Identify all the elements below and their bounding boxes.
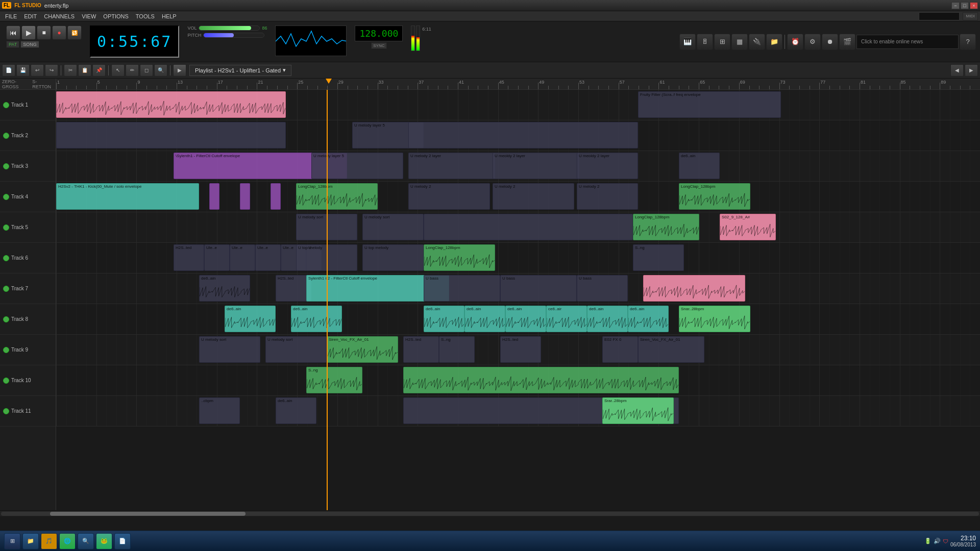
clip-1-0[interactable] (56, 91, 286, 118)
track-row-6[interactable]: H2S..tedUle..eUle..eUle..eUle..eUU top m… (56, 243, 980, 273)
record-btn2[interactable]: ⏺ (822, 34, 838, 50)
track-row-11[interactable]: ..cbpmde6..ainSrar..28bpm (56, 396, 980, 427)
clip-5-1[interactable]: U melody sort (362, 214, 424, 240)
sync-btn[interactable]: SYNC (371, 42, 386, 49)
clip-8-4[interactable]: de6..ain (505, 306, 546, 332)
play-button[interactable]: ▶ (21, 26, 36, 40)
clip-11-0[interactable]: ..cbpm (199, 397, 240, 424)
track-mute-8[interactable] (3, 316, 9, 322)
track-mute-11[interactable] (3, 408, 9, 414)
clip-2-0[interactable] (56, 122, 286, 148)
clip-5-4[interactable]: S02_9_128_A# (720, 214, 776, 240)
menu-help[interactable]: HELP (159, 12, 180, 20)
menu-options[interactable]: OPTIONS (100, 12, 132, 20)
name-input-area[interactable] (919, 12, 960, 20)
track-mute-2[interactable] (3, 133, 9, 139)
clip-4-8[interactable]: LongClap_128bpm (679, 183, 750, 210)
copy-btn[interactable]: 📋 (78, 64, 91, 77)
clip-4-4[interactable]: LongClap_128bpm (296, 183, 378, 210)
clip-7-5[interactable]: U bass (577, 275, 628, 302)
clip-5-3[interactable]: LongClap_128bpm (633, 214, 699, 240)
menu-file[interactable]: FILE (2, 12, 20, 20)
loop-button[interactable]: 🔁 (67, 26, 82, 40)
track-mute-10[interactable] (3, 378, 9, 384)
clip-7-0[interactable]: de6..ain (199, 275, 250, 302)
scroll-right-btn[interactable]: ▶ (965, 64, 978, 77)
clip-4-5[interactable]: U melody 2 (408, 183, 490, 210)
track-row-7[interactable]: de6..ainH2S..tedSylenth1 #2 - FilterCtl … (56, 273, 980, 304)
clip-11-3[interactable]: Srar..28bpm (602, 397, 674, 424)
clip-3-2[interactable]: U melody 2 layer (408, 153, 495, 179)
docs-btn[interactable]: 📄 (114, 533, 131, 549)
clip-5-2[interactable] (424, 214, 633, 240)
clip-10-1[interactable] (403, 367, 679, 393)
clip-6-1[interactable]: Ule..e (204, 244, 230, 271)
clip-8-6[interactable]: de6..ain (587, 306, 628, 332)
clip-6-3[interactable]: Ule..e (255, 244, 281, 271)
clip-3-3[interactable]: U meoldy 2 layer (493, 153, 579, 179)
playlist-play-btn[interactable]: ▶ (173, 64, 186, 77)
close-button[interactable]: × (970, 2, 978, 9)
prev-button[interactable]: ⏮ (6, 26, 20, 40)
plugin-picker-btn[interactable]: 🔌 (749, 34, 765, 50)
stop-button[interactable]: ■ (37, 26, 51, 40)
clip-11-1[interactable]: de6..ain (276, 397, 316, 424)
clip-4-6[interactable]: U melody 2 (493, 183, 574, 210)
frog-btn[interactable]: 🐸 (96, 533, 112, 549)
playlist-dropdown-icon[interactable]: ▾ (283, 67, 286, 73)
track-row-10[interactable]: S..ng (56, 365, 980, 396)
render-btn[interactable]: 🎬 (839, 34, 855, 50)
clip-4-1[interactable] (209, 183, 219, 210)
track-mute-9[interactable] (3, 347, 9, 353)
clip-8-2[interactable]: de6..ain (424, 306, 464, 332)
menu-tools[interactable]: TOOLS (133, 12, 158, 20)
clip-1-1[interactable]: Fruity Filter (Scra..f freq envelope (638, 91, 781, 118)
start-button[interactable]: ⊞ (4, 533, 20, 549)
track-mute-4[interactable] (3, 194, 9, 200)
track-mute-5[interactable] (3, 224, 9, 231)
track-content[interactable]: Fruity Filter (Scra..f freq envelopeU me… (56, 90, 980, 510)
select-btn[interactable]: ↖ (111, 64, 125, 77)
clip-9-7[interactable]: Siren_Voc_FX_Air_01 (638, 336, 704, 363)
clip-4-2[interactable] (240, 183, 250, 210)
track-mute-3[interactable] (3, 163, 9, 169)
ruler-area[interactable]: 1591317212529333741454953576165697377818… (56, 79, 980, 90)
menu-channels[interactable]: CHANNELS (41, 12, 78, 20)
mixer-btn[interactable]: 🎚 (697, 34, 713, 50)
clip-3-4[interactable]: U meoldy 2 layer (577, 153, 638, 179)
track-mute-7[interactable] (3, 286, 9, 292)
erase-btn[interactable]: ◻ (140, 64, 153, 77)
clip-7-6[interactable] (643, 275, 745, 302)
track-row-9[interactable]: U melody sortU melody sortSiren_Voc_FX_A… (56, 335, 980, 365)
clip-9-4[interactable]: S..ng (439, 336, 475, 363)
clip-9-6[interactable]: E02 FX 0 (602, 336, 638, 363)
clip-7-3[interactable]: U bass (424, 275, 500, 302)
horizontal-scrollbar[interactable] (0, 510, 980, 516)
track-mute-6[interactable] (3, 255, 9, 261)
save-btn[interactable]: 💾 (16, 64, 30, 77)
clip-2-2[interactable] (408, 122, 638, 148)
menu-view[interactable]: VIEW (79, 12, 99, 20)
browser-btn[interactable]: 📁 (766, 34, 782, 50)
clip-6-6[interactable]: U top melody (296, 244, 357, 271)
undo-btn[interactable]: ↩ (31, 64, 44, 77)
clip-9-2[interactable]: Siren_Voc_FX_Air_01 (327, 336, 398, 363)
clip-4-7[interactable]: U melody 2 (577, 183, 638, 210)
piano-roll-btn[interactable]: 🎹 (679, 34, 696, 50)
track-row-8[interactable]: de6..ainde6..ainde6..ainde6..ainde6..ain… (56, 304, 980, 335)
playlist-title-bar[interactable]: Playlist - H2Sv1 - Uplifter1 - Gated ▾ (189, 65, 291, 76)
track-row-2[interactable]: U melody layer 5 (56, 120, 980, 151)
master-vol-slider[interactable] (199, 26, 260, 31)
clip-3-5[interactable]: de6..ain (679, 153, 720, 179)
track-row-4[interactable]: H2Sv2 - THK1 - Kick(00_Mute / solo envel… (56, 182, 980, 212)
clip-8-3[interactable]: de6..ain (464, 306, 505, 332)
new-btn[interactable]: 📄 (2, 64, 15, 77)
pat-mode[interactable]: PAT (6, 41, 19, 48)
track-row-3[interactable]: \Sylenth1 - FilterCtl Cutoff envelopeU m… (56, 151, 980, 182)
clip-9-3[interactable]: H2S..ted (403, 336, 439, 363)
maximize-button[interactable]: □ (961, 2, 969, 9)
winamp-btn[interactable]: 🎵 (41, 533, 57, 549)
scroll-left-btn[interactable]: ◀ (950, 64, 964, 77)
explorer-btn[interactable]: 📁 (22, 533, 39, 549)
menu-edit[interactable]: EDIT (21, 12, 40, 20)
